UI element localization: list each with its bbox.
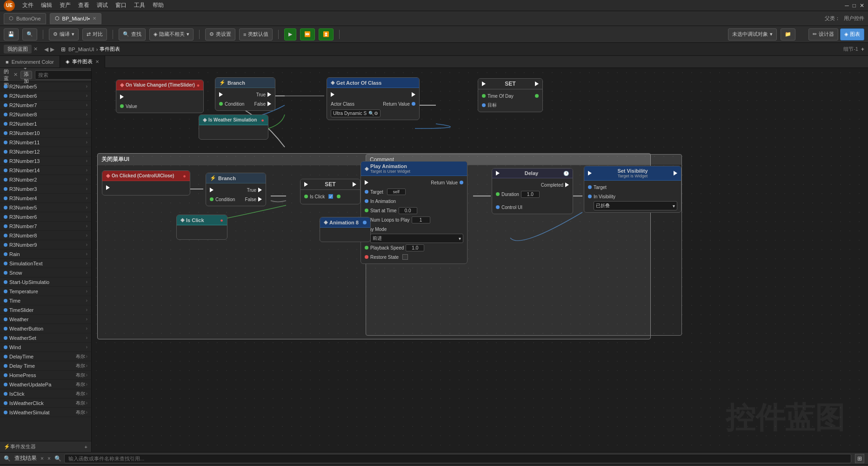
restore-checkbox[interactable]: [402, 254, 408, 260]
add-event-btn[interactable]: +: [85, 444, 87, 450]
nav-back[interactable]: ◀: [44, 46, 48, 53]
event-graph-close[interactable]: ✕: [95, 59, 99, 64]
blueprint-canvas[interactable]: 关闭菜单UI Comment ◈ On Value Changed (TimeS…: [92, 68, 868, 452]
add-btn[interactable]: + 添加: [20, 71, 32, 79]
sidebar-item-r2number6[interactable]: R2Number6 ›: [0, 91, 91, 101]
class-defaults-btn[interactable]: ≡ 类默认值: [239, 28, 273, 41]
nav-forward[interactable]: ▶: [50, 46, 54, 53]
sidebar-item-r3number4[interactable]: R3Number4 ›: [0, 194, 91, 203]
window-maximize[interactable]: □: [853, 2, 856, 9]
sidebar-item-name: R3Number7: [9, 223, 85, 229]
target-anim-input[interactable]: self: [387, 189, 406, 195]
sidebar-item-tag: 布尔: [76, 409, 85, 416]
menu-edit[interactable]: 编辑: [41, 1, 52, 9]
sidebar-item-r3number9[interactable]: R3Number9 ›: [0, 240, 91, 250]
sidebar-item-weatherupdatepa[interactable]: WeatherUpdatePa 布尔 ›: [0, 380, 91, 389]
node-on-clicked-body: [102, 181, 190, 195]
sidebar-item-time[interactable]: Time ›: [0, 296, 91, 305]
graph-btn[interactable]: ◈ 图表: [840, 28, 864, 41]
bottom-search-input[interactable]: [64, 454, 851, 463]
play-btn[interactable]: ▶: [284, 28, 296, 41]
sidebar-item-r2number8[interactable]: R2Number8 ›: [0, 110, 91, 119]
menu-asset[interactable]: 资产: [60, 1, 71, 9]
designer-btn[interactable]: ✏ 设计器: [808, 28, 838, 41]
playback-input[interactable]: 1.0: [406, 244, 424, 251]
browse-asset-btn[interactable]: 📁: [781, 28, 795, 41]
is-click-checkbox[interactable]: ✓: [328, 194, 333, 199]
bottom-close[interactable]: ×: [47, 455, 51, 462]
sidebar-close[interactable]: ✕: [13, 72, 18, 78]
sidebar-search[interactable]: [35, 70, 92, 80]
sidebar-dot: [4, 262, 7, 265]
step-btn[interactable]: ⏩: [300, 28, 315, 41]
set-exec-out: [535, 81, 539, 86]
close-mybp[interactable]: ✕: [33, 46, 38, 52]
sidebar-item-rain[interactable]: Rain ›: [0, 250, 91, 259]
sidebar-item-r2number7[interactable]: R2Number7 ›: [0, 101, 91, 110]
sidebar-item-weatherset[interactable]: WeatherSet ›: [0, 333, 91, 343]
sidebar-item-r3number7[interactable]: R3Number7 ›: [0, 222, 91, 231]
sidebar-item-simulationtext[interactable]: SimulationText ›: [0, 259, 91, 268]
sidebar-item-snow[interactable]: Snow ›: [0, 268, 91, 277]
sidebar-item-r3number11[interactable]: R3Number11 ›: [0, 138, 91, 147]
sidebar-item-r3number2[interactable]: R3Number2 ›: [0, 175, 91, 184]
menu-file[interactable]: 文件: [22, 1, 33, 9]
save-btn[interactable]: 💾: [4, 28, 19, 41]
num-loops-input[interactable]: 1: [412, 216, 430, 223]
browse-btn[interactable]: 🔍: [22, 28, 37, 41]
sidebar-item-isclick[interactable]: IsClick 布尔 ›: [0, 389, 91, 398]
node-on-value-changed-body: Value: [116, 90, 203, 113]
sidebar-item-homepress[interactable]: HomePress 布尔 ›: [0, 371, 91, 380]
sidebar-item-r3number5[interactable]: R3Number5 ›: [0, 203, 91, 212]
actor-class-dropdown[interactable]: Ultra Dynamic S 🔍⚙: [331, 109, 381, 117]
play-mode-dropdown[interactable]: 前进 ▾: [370, 234, 463, 243]
sidebar-item-delaytime[interactable]: DelayTime 布尔 ›: [0, 352, 91, 361]
window-close[interactable]: ✕: [860, 2, 864, 9]
stop-btn[interactable]: ⏫: [319, 28, 334, 41]
sidebar-item-start-upsimulatio[interactable]: Start-UpSimulatio ›: [0, 277, 91, 287]
in-vis-dropdown[interactable]: 已折叠 ▾: [594, 201, 677, 210]
sidebar-item-r3number8[interactable]: R3Number8 ›: [0, 231, 91, 240]
debug-target-btn[interactable]: 未选中调试对象 ▾: [728, 28, 777, 41]
sidebar-item-wind[interactable]: Wind ›: [0, 343, 91, 352]
panel-tab-event-graph[interactable]: ◈ 事件图表 ✕: [60, 56, 105, 68]
menu-window[interactable]: 窗口: [115, 1, 127, 9]
sidebar-item-r3number3[interactable]: R3Number3 ›: [0, 184, 91, 194]
find-btn[interactable]: 🔍 查找: [119, 28, 146, 41]
panel-tab-env-color[interactable]: ■ Environment Color: [0, 56, 60, 68]
compare-btn[interactable]: ⇄ 对比: [82, 28, 107, 41]
value-label: Value: [126, 104, 137, 109]
window-minimize[interactable]: ─: [845, 2, 849, 9]
sidebar-item-delay-time[interactable]: Delay Time 布尔 ›: [0, 361, 91, 371]
class-settings-btn[interactable]: ⚙ 类设置: [205, 28, 235, 41]
sidebar-item-r3number6[interactable]: R3Number6 ›: [0, 212, 91, 222]
row-play-mode-val: 前进 ▾: [365, 234, 463, 243]
tab-close[interactable]: ✕: [93, 16, 96, 21]
zoom-plus[interactable]: +: [861, 46, 864, 53]
sidebar-item-isweatherclick[interactable]: IsWeatherClick 布尔 ›: [0, 398, 91, 408]
tab-bp-mianui[interactable]: ⬡ BP_MianUI• ✕: [50, 13, 102, 24]
breadcrumb-root[interactable]: BP_MianUI: [68, 47, 94, 52]
sidebar-item-weatherbutton[interactable]: WeatherButton ›: [0, 324, 91, 333]
menu-view[interactable]: 查看: [78, 1, 89, 9]
sidebar-item-weather[interactable]: Weather ›: [0, 315, 91, 324]
sidebar-item-r3number10[interactable]: R3Number10 ›: [0, 128, 91, 138]
menu-tools[interactable]: 工具: [134, 1, 145, 9]
tab-buttonone[interactable]: ⬡ ButtonOne: [4, 13, 46, 24]
start-time-input[interactable]: 0.0: [399, 207, 417, 214]
hide-btn[interactable]: ◈ 隐藏不相关 ▾: [149, 28, 194, 41]
sidebar-item-r3number14[interactable]: R3Number14 ›: [0, 166, 91, 175]
sidebar-item-temperature[interactable]: Temperature ›: [0, 287, 91, 296]
sidebar-item-isweathersimulat[interactable]: IsWeatherSimulat 布尔 ›: [0, 408, 91, 417]
sidebar-item-timeslider[interactable]: TimeSlider ›: [0, 305, 91, 315]
sidebar-footer[interactable]: ⚡ 事件发生器 +: [0, 441, 91, 452]
menu-help[interactable]: 帮助: [153, 1, 164, 9]
sidebar-item-r3number13[interactable]: R3Number13 ›: [0, 156, 91, 166]
compile-btn[interactable]: ⚙ 编译 ▾: [49, 28, 79, 41]
sidebar-item-r2number5[interactable]: R2Number5 ›: [0, 82, 91, 91]
sidebar-item-r2number1[interactable]: R2Number1 ›: [0, 119, 91, 128]
menu-debug[interactable]: 调试: [97, 1, 108, 9]
duration-input[interactable]: 1.0: [521, 191, 540, 198]
sidebar-item-r3number12[interactable]: R3Number12 ›: [0, 147, 91, 156]
search-options-btn[interactable]: ⊞: [855, 454, 864, 463]
